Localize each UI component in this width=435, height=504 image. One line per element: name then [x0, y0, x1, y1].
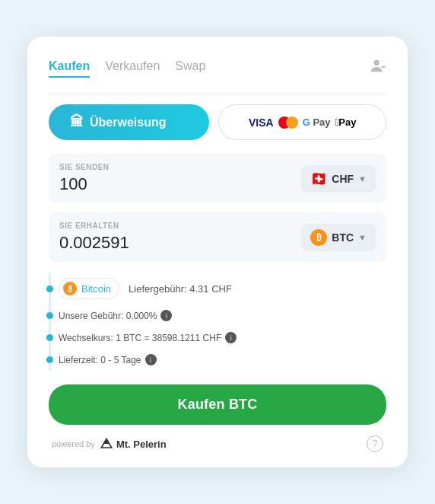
send-chevron-icon: ▼	[358, 174, 367, 183]
delivery-label: Lieferzeit: 0 - 5 Tage	[59, 355, 141, 365]
powered-by-label: powered by	[52, 439, 95, 448]
bitcoin-tag[interactable]: ₿ Bitcoin	[59, 278, 119, 299]
chf-code: CHF	[332, 173, 354, 185]
tab-verkaufen[interactable]: Verkaufen	[105, 59, 160, 78]
receive-currency-selector[interactable]: ₿ BTC ▼	[301, 224, 376, 251]
fee-info-icon[interactable]: i	[160, 310, 172, 321]
delivery-info-icon[interactable]: i	[145, 354, 157, 365]
fee-text: Unsere Gebühr: 0.000% i	[59, 310, 172, 321]
send-currency-selector[interactable]: 🇨🇭 CHF ▼	[301, 165, 376, 193]
dot-delivery	[46, 356, 53, 363]
exchange-info-icon[interactable]: i	[225, 332, 237, 343]
visa-logo: VISA	[249, 116, 274, 129]
btc-icon: ₿	[310, 229, 327, 246]
applepay-logo: Pay	[335, 116, 357, 128]
mastercard-icon	[278, 116, 298, 129]
exchange-label: Wechselkurs: 1 BTC = 38598.1211 CHF	[59, 333, 221, 343]
send-left: SIE SENDEN 100	[59, 163, 110, 194]
exchange-text: Wechselkurs: 1 BTC = 38598.1211 CHF i	[59, 332, 237, 343]
tab-kaufen[interactable]: Kaufen	[49, 59, 90, 78]
bitcoin-label: Bitcoin	[81, 283, 111, 295]
user-icon[interactable]	[370, 58, 386, 79]
delivery-text: Lieferzeit: 0 - 5 Tage i	[59, 354, 157, 365]
dot-fee	[46, 312, 53, 319]
pelerin-logo: Mt. Pelerin	[99, 436, 167, 451]
receive-chevron-icon: ▼	[358, 233, 367, 242]
payment-row: 🏛 Überweisung VISA G Pay Pay	[49, 104, 386, 140]
header: Kaufen Verkaufen Swap	[49, 58, 386, 79]
receive-value[interactable]: 0.002591	[59, 233, 129, 253]
tabs: Kaufen Verkaufen Swap	[49, 59, 205, 78]
svg-point-0	[374, 60, 379, 65]
powered-by: powered by Mt. Pelerin	[52, 436, 167, 451]
send-section: SIE SENDEN 100 🇨🇭 CHF ▼	[49, 154, 386, 203]
footer: powered by Mt. Pelerin ?	[49, 435, 386, 452]
receive-section: SIE ERHALTEN 0.002591 ₿ BTC ▼	[49, 212, 386, 262]
tab-swap[interactable]: Swap	[175, 59, 205, 78]
receive-label: SIE ERHALTEN	[59, 222, 129, 230]
help-button[interactable]: ?	[367, 435, 383, 452]
btc-tag-icon: ₿	[63, 282, 77, 295]
send-value[interactable]: 100	[59, 174, 110, 194]
main-card: Kaufen Verkaufen Swap 🏛 Überweisung VISA…	[27, 37, 408, 467]
bitcoin-item: ₿ Bitcoin Liefergebühr: 4.31 CHF	[51, 273, 386, 305]
gpay-logo: G Pay	[303, 116, 331, 128]
btc-code: BTC	[332, 231, 354, 244]
wire-transfer-button[interactable]: 🏛 Überweisung	[49, 104, 209, 140]
delivery-item: Lieferzeit: 0 - 5 Tage i	[51, 349, 386, 371]
info-row: ₿ Bitcoin Liefergebühr: 4.31 CHF Unsere …	[49, 273, 386, 371]
dot-bitcoin	[46, 285, 53, 292]
dot-exchange	[46, 334, 53, 341]
chf-flag: 🇨🇭	[310, 171, 327, 187]
exchange-item: Wechselkurs: 1 BTC = 38598.1211 CHF i	[51, 327, 386, 349]
header-divider	[49, 93, 386, 94]
receive-left: SIE ERHALTEN 0.002591	[59, 222, 129, 253]
card-payment-button[interactable]: VISA G Pay Pay	[218, 104, 386, 140]
fee-item: Unsere Gebühr: 0.000% i	[51, 305, 386, 327]
bank-icon: 🏛	[70, 114, 84, 130]
send-label: SIE SENDEN	[59, 163, 110, 171]
delivery-fee: Liefergebühr: 4.31 CHF	[129, 283, 232, 295]
fee-label: Unsere Gebühr: 0.000%	[59, 311, 157, 321]
pelerin-name: Mt. Pelerin	[116, 439, 167, 450]
buy-button[interactable]: Kaufen BTC	[49, 384, 386, 425]
wire-label: Überweisung	[90, 116, 166, 129]
